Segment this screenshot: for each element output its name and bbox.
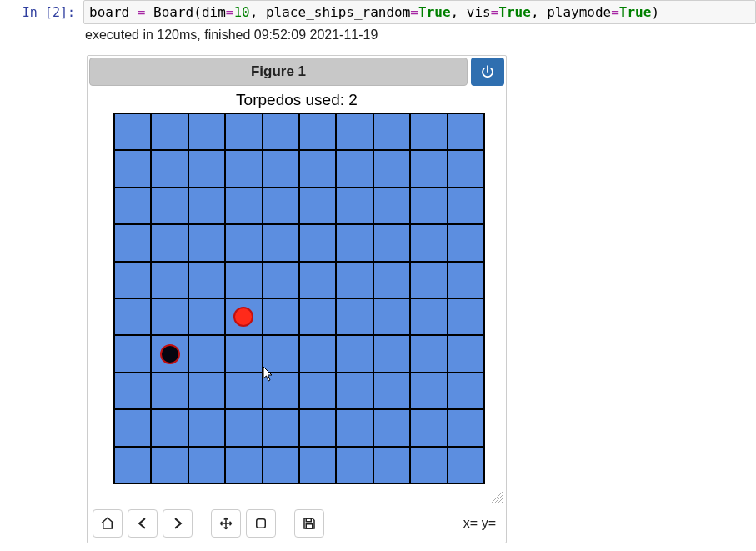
grid-cell[interactable]: [336, 409, 373, 446]
grid-cell[interactable]: [448, 150, 484, 187]
grid-cell[interactable]: [373, 150, 410, 187]
grid-cell[interactable]: [373, 373, 410, 409]
grid-cell[interactable]: [336, 373, 373, 409]
grid-cell[interactable]: [151, 373, 188, 409]
grid-cell[interactable]: [410, 188, 447, 224]
grid-cell[interactable]: [225, 113, 262, 150]
grid-cell[interactable]: [114, 262, 151, 298]
grid-cell[interactable]: [336, 335, 373, 372]
grid-cell[interactable]: [373, 224, 410, 261]
grid-cell[interactable]: [188, 447, 225, 483]
home-button[interactable]: [93, 509, 123, 538]
grid-cell[interactable]: [373, 298, 410, 335]
grid-cell[interactable]: [299, 262, 336, 298]
grid-cell[interactable]: [151, 150, 188, 187]
grid-cell[interactable]: [263, 262, 299, 298]
grid-cell[interactable]: [373, 113, 410, 150]
grid-cell[interactable]: [188, 262, 225, 298]
stop-interaction-button[interactable]: [471, 58, 504, 86]
grid-cell[interactable]: [151, 188, 188, 224]
grid-cell[interactable]: [188, 150, 225, 187]
grid-cell[interactable]: [114, 150, 151, 187]
grid-cell[interactable]: [299, 373, 336, 409]
grid-cell[interactable]: [188, 188, 225, 224]
grid-cell[interactable]: [410, 409, 447, 446]
grid-cell[interactable]: [336, 188, 373, 224]
grid-cell[interactable]: [114, 373, 151, 409]
pan-button[interactable]: [211, 509, 241, 538]
grid-cell[interactable]: [151, 298, 188, 335]
grid-cell[interactable]: [373, 335, 410, 372]
grid-cell[interactable]: [299, 335, 336, 372]
grid-cell[interactable]: [188, 373, 225, 409]
grid-cell[interactable]: [263, 224, 299, 261]
grid-cell[interactable]: [225, 298, 262, 335]
grid-cell[interactable]: [225, 373, 262, 409]
grid-cell[interactable]: [114, 224, 151, 261]
grid-cell[interactable]: [448, 373, 484, 409]
grid-cell[interactable]: [263, 150, 299, 187]
grid-cell[interactable]: [225, 262, 262, 298]
grid-cell[interactable]: [448, 262, 484, 298]
grid-cell[interactable]: [188, 335, 225, 372]
grid-cell[interactable]: [188, 298, 225, 335]
grid-cell[interactable]: [373, 262, 410, 298]
grid-cell[interactable]: [114, 335, 151, 372]
grid-cell[interactable]: [188, 113, 225, 150]
grid-cell[interactable]: [299, 409, 336, 446]
grid-cell[interactable]: [225, 409, 262, 446]
grid-cell[interactable]: [299, 113, 336, 150]
grid-cell[interactable]: [188, 224, 225, 261]
grid-cell[interactable]: [151, 224, 188, 261]
grid-cell[interactable]: [151, 447, 188, 483]
grid-cell[interactable]: [448, 298, 484, 335]
grid-cell[interactable]: [151, 113, 188, 150]
grid-cell[interactable]: [373, 409, 410, 446]
grid-cell[interactable]: [448, 224, 484, 261]
grid-cell[interactable]: [336, 262, 373, 298]
code-input[interactable]: board = Board(dim=10, place_ships_random…: [83, 0, 756, 24]
grid-cell[interactable]: [263, 298, 299, 335]
grid-cell[interactable]: [336, 113, 373, 150]
grid-cell[interactable]: [263, 447, 299, 483]
grid-cell[interactable]: [448, 113, 484, 150]
grid-cell[interactable]: [114, 409, 151, 446]
grid-cell[interactable]: [151, 335, 188, 372]
resize-grip-icon[interactable]: [488, 488, 503, 503]
grid-cell[interactable]: [336, 298, 373, 335]
grid-cell[interactable]: [299, 150, 336, 187]
grid-cell[interactable]: [373, 447, 410, 483]
grid-cell[interactable]: [410, 335, 447, 372]
figure-canvas[interactable]: Torpedos used: 2: [88, 88, 505, 504]
grid-cell[interactable]: [225, 188, 262, 224]
grid-cell[interactable]: [114, 447, 151, 483]
grid-cell[interactable]: [299, 447, 336, 483]
grid-cell[interactable]: [448, 188, 484, 224]
grid-cell[interactable]: [299, 188, 336, 224]
grid-cell[interactable]: [410, 262, 447, 298]
battleship-grid[interactable]: [113, 113, 485, 484]
grid-cell[interactable]: [225, 335, 262, 372]
grid-cell[interactable]: [410, 373, 447, 409]
forward-button[interactable]: [163, 509, 193, 538]
grid-cell[interactable]: [336, 447, 373, 483]
grid-cell[interactable]: [410, 113, 447, 150]
grid-cell[interactable]: [336, 224, 373, 261]
grid-cell[interactable]: [410, 150, 447, 187]
grid-cell[interactable]: [448, 409, 484, 446]
grid-cell[interactable]: [114, 188, 151, 224]
grid-cell[interactable]: [225, 150, 262, 187]
grid-cell[interactable]: [299, 224, 336, 261]
grid-cell[interactable]: [448, 335, 484, 372]
grid-cell[interactable]: [373, 188, 410, 224]
save-button[interactable]: [294, 509, 324, 538]
grid-cell[interactable]: [225, 447, 262, 483]
grid-cell[interactable]: [263, 113, 299, 150]
grid-cell[interactable]: [410, 224, 447, 261]
grid-cell[interactable]: [336, 150, 373, 187]
back-button[interactable]: [128, 509, 158, 538]
grid-cell[interactable]: [151, 409, 188, 446]
grid-cell[interactable]: [114, 113, 151, 150]
grid-cell[interactable]: [299, 298, 336, 335]
grid-cell[interactable]: [225, 224, 262, 261]
